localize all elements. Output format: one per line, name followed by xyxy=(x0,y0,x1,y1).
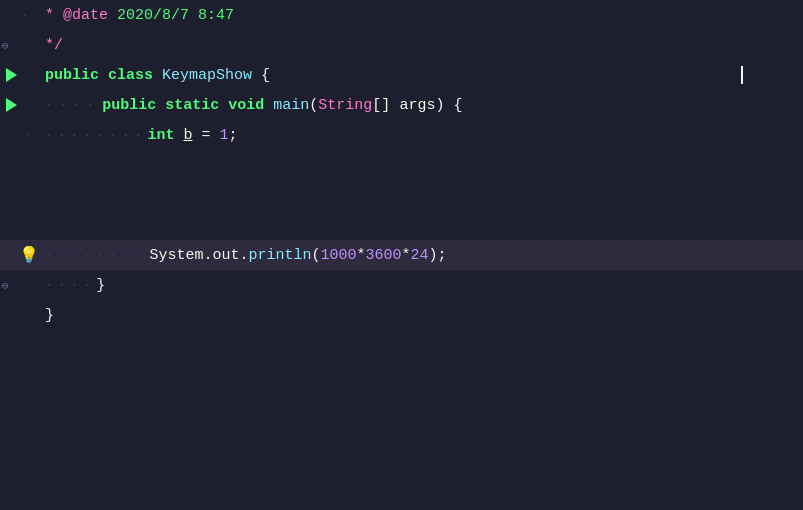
open-brace-class: { xyxy=(261,67,270,84)
system-text: System xyxy=(149,247,203,264)
space xyxy=(156,97,165,114)
comment-end-text: */ xyxy=(45,37,63,54)
space xyxy=(153,67,162,84)
code-line-comment-end: */ xyxy=(45,37,803,54)
line-empty3 xyxy=(0,210,803,240)
class-name-text: KeymapShow xyxy=(162,67,252,84)
close-brace-main: } xyxy=(96,277,105,294)
line-println: 💡 ········ System . out . println ( 1000… xyxy=(0,240,803,270)
run-triangle-icon[interactable] xyxy=(6,68,17,82)
line-close-inner: ⊖ ···· } xyxy=(0,270,803,300)
variable-b: b xyxy=(183,127,192,144)
close-brace-class: } xyxy=(45,307,54,324)
line-close-outer: } xyxy=(0,300,803,330)
space xyxy=(192,127,201,144)
param-type-string: String xyxy=(318,97,372,114)
line-comment-date: · * @date 2020/8/7 8:47 xyxy=(0,0,803,30)
number-24: 24 xyxy=(411,247,429,264)
code-line-class-decl: public class KeymapShow { xyxy=(45,67,803,84)
println-method: println xyxy=(248,247,311,264)
keyword-void: void xyxy=(228,97,264,114)
paren-open: ( xyxy=(309,97,318,114)
println-paren-open: ( xyxy=(312,247,321,264)
gutter-int-b: · xyxy=(0,129,45,141)
gutter-comment-date: · xyxy=(0,8,45,23)
keyword-public-main: public xyxy=(102,97,156,114)
code-line-close-inner: ···· } xyxy=(45,277,803,294)
dot2: . xyxy=(239,247,248,264)
out-text: out xyxy=(212,247,239,264)
fold-icon-comment[interactable]: ⊖ xyxy=(2,39,9,52)
indent-println: ········ xyxy=(45,248,147,263)
param-name-args: args xyxy=(399,97,435,114)
line-empty1 xyxy=(0,150,803,180)
code-editor: · * @date 2020/8/7 8:47 ⊖ */ public xyxy=(0,0,803,510)
code-line-println: ········ System . out . println ( 1000 *… xyxy=(45,247,803,264)
line-int-b: · ········ int b = 1 ; xyxy=(0,120,803,150)
paren-close: ) xyxy=(435,97,444,114)
code-area: · * @date 2020/8/7 8:47 ⊖ */ public xyxy=(0,0,803,510)
indent-close-inner: ···· xyxy=(45,278,96,293)
indent-dots: · xyxy=(21,8,37,23)
mul2: * xyxy=(402,247,411,264)
code-line-int-b: ········ int b = 1 ; xyxy=(45,127,803,144)
text-cursor xyxy=(741,66,743,84)
keyword-int: int xyxy=(147,127,174,144)
space xyxy=(99,67,108,84)
mul1: * xyxy=(357,247,366,264)
space xyxy=(444,97,453,114)
space xyxy=(174,127,183,144)
space xyxy=(390,97,399,114)
code-line-comment-date: * @date 2020/8/7 8:47 xyxy=(45,7,803,24)
run-triangle-icon-main[interactable] xyxy=(6,98,17,112)
dot1: . xyxy=(203,247,212,264)
open-brace-main: { xyxy=(453,97,462,114)
number-3600: 3600 xyxy=(366,247,402,264)
keyword-public: public xyxy=(45,67,99,84)
assign-op: = xyxy=(201,127,210,144)
indent-dots-main: ···· xyxy=(45,98,100,113)
line-comment-end: ⊖ */ xyxy=(0,30,803,60)
keyword-class: class xyxy=(108,67,153,84)
fold-icon-main[interactable]: ⊖ xyxy=(2,279,9,292)
space xyxy=(219,97,228,114)
bracket-array: [] xyxy=(372,97,390,114)
line-class-decl: public class KeymapShow { xyxy=(0,60,803,90)
run-button-main[interactable] xyxy=(2,96,20,114)
code-line-main-decl: ···· public static void main ( String []… xyxy=(45,97,803,114)
method-name-main: main xyxy=(273,97,309,114)
indent-dots-intb: · xyxy=(24,129,37,141)
line-main-decl: ···· public static void main ( String []… xyxy=(0,90,803,120)
number-1: 1 xyxy=(220,127,229,144)
gutter-println: 💡 xyxy=(0,245,45,265)
run-button-class[interactable] xyxy=(2,66,20,84)
space xyxy=(211,127,220,144)
semicolon-intb: ; xyxy=(229,127,238,144)
indent-dots-intb2: ········ xyxy=(45,128,147,143)
line-empty2 xyxy=(0,180,803,210)
keyword-static: static xyxy=(165,97,219,114)
code-line-close-outer: } xyxy=(45,307,803,324)
println-paren-close: ) xyxy=(429,247,438,264)
semicolon-println: ; xyxy=(438,247,447,264)
space xyxy=(252,67,261,84)
space xyxy=(264,97,273,114)
comment-date-text: * @date 2020/8/7 8:47 xyxy=(45,7,234,24)
lightbulb-icon[interactable]: 💡 xyxy=(19,245,39,265)
number-1000: 1000 xyxy=(321,247,357,264)
